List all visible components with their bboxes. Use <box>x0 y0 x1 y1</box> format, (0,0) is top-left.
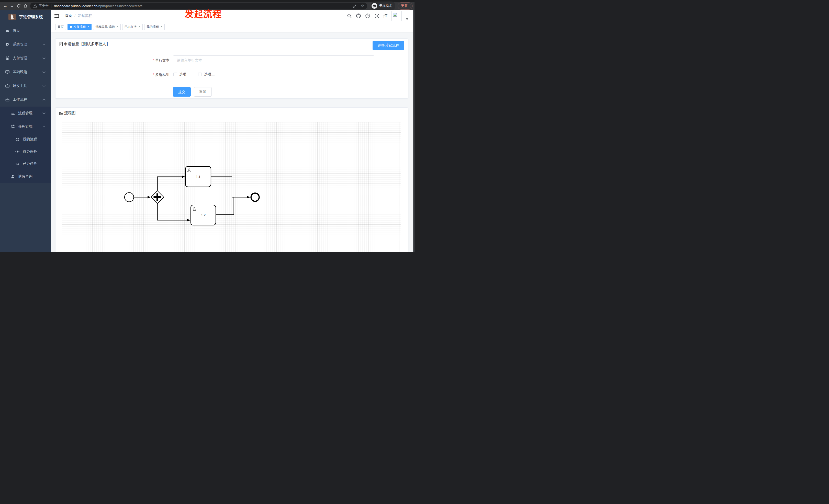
flow-gateway-to-task2 <box>157 204 190 220</box>
diagram-card-header: 流程图 <box>56 108 408 118</box>
sidebar-item-my-process[interactable]: 我的流程 <box>0 133 51 146</box>
reset-button[interactable]: 重置 <box>194 87 212 96</box>
back-icon[interactable]: ← <box>2 3 9 9</box>
app-logo-row[interactable]: 芋道管理系统 <box>0 10 51 24</box>
choose-other-process-button[interactable]: 选择其它流程 <box>372 41 404 50</box>
sidebar-item-infrastructure[interactable]: 基础设施 <box>0 65 51 79</box>
font-size-icon[interactable]: TT <box>383 14 388 18</box>
submit-button[interactable]: 提交 <box>173 87 191 96</box>
help-icon[interactable] <box>365 13 370 18</box>
fullscreen-icon[interactable] <box>374 13 379 18</box>
update-label: 更新 <box>401 4 407 8</box>
flow-gateway-to-task1 <box>157 177 185 191</box>
url-host: dashboard.yudao.iocoder.cn <box>54 4 98 8</box>
github-icon[interactable] <box>356 13 361 18</box>
url-path: /bpm/process-instance/create <box>98 4 143 8</box>
browser-update-button[interactable]: 更新 <box>398 3 412 9</box>
chevron-down-icon <box>42 56 45 59</box>
sidebar-item-task-management[interactable]: 任务管理 <box>0 120 51 133</box>
close-icon[interactable]: × <box>117 25 118 28</box>
flow-task1-out <box>211 177 232 197</box>
close-icon[interactable]: × <box>87 25 89 28</box>
tab-label: 流程表单-编辑 <box>95 25 115 29</box>
tab-home[interactable]: 首页 <box>55 24 66 30</box>
dashboard-icon <box>5 28 10 33</box>
address-bar[interactable]: 不安全 dashboard.yudao.iocoder.cn/bpm/proce… <box>30 3 367 9</box>
key-icon[interactable] <box>352 4 357 8</box>
yen-icon <box>5 56 10 61</box>
broken-image-icon <box>393 13 398 17</box>
browser-tabstrip <box>0 0 414 2</box>
document-icon <box>59 42 63 46</box>
breadcrumb-home[interactable]: 首页 <box>65 13 72 18</box>
tab-process-form-edit[interactable]: 流程表单-编辑 × <box>93 24 121 30</box>
bpmn-canvas[interactable]: 1.1 1.2 <box>62 122 401 252</box>
tab-label: 首页 <box>58 25 64 29</box>
tab-initiate-process[interactable]: 发起流程 × <box>68 24 92 30</box>
tab-done-tasks[interactable]: 已办任务 × <box>122 24 143 30</box>
required-mark: * <box>153 73 154 77</box>
checkbox-icon[interactable] <box>198 73 202 76</box>
tab-my-process[interactable]: 我的流程 × <box>144 24 165 30</box>
forward-icon[interactable]: → <box>9 3 15 9</box>
reload-icon[interactable] <box>15 3 22 9</box>
avatar[interactable] <box>392 11 402 21</box>
sidebar-item-system[interactable]: 系统管理 <box>0 38 51 51</box>
sidebar-item-todo-tasks[interactable]: 待办任务 <box>0 146 51 158</box>
tab-label: 发起流程 <box>73 25 86 29</box>
required-mark: * <box>153 58 154 62</box>
card-title: 申请信息【测试多审批人】 <box>59 42 110 46</box>
breadcrumb-current: 发起流程 <box>78 13 92 18</box>
search-icon[interactable] <box>347 13 352 18</box>
bpmn-start-event <box>124 193 134 202</box>
checkbox-icon[interactable] <box>173 73 177 76</box>
chevron-down-icon <box>42 111 45 114</box>
sidebar-collapse-icon[interactable] <box>54 14 59 18</box>
close-icon[interactable]: × <box>160 25 163 28</box>
page-header: 首页 / 发起流程 <box>51 10 414 22</box>
checkbox-option-2[interactable]: 选项二 <box>198 72 215 77</box>
close-icon[interactable]: × <box>139 25 140 28</box>
breadcrumb: 首页 / 发起流程 <box>65 13 92 18</box>
eye-open-icon <box>15 149 20 154</box>
card-title-text: 流程图 <box>64 111 76 116</box>
tree-list-icon <box>10 111 15 116</box>
bookmark-star-icon[interactable]: ☆ <box>361 4 364 8</box>
avatar-caret-icon[interactable] <box>406 18 408 20</box>
sidebar-item-dev-tools[interactable]: 研发工具 <box>0 79 51 93</box>
text-field-label: *单行文本 <box>139 58 170 63</box>
not-secure-warning-icon <box>33 4 37 8</box>
checkbox-label: 选项一 <box>179 72 190 77</box>
checkbox-group-label: *多选框组 <box>139 73 170 77</box>
sidebar-item-workflow[interactable]: 工作流程 <box>0 93 51 107</box>
flow-task2-out <box>216 197 234 215</box>
sidebar-item-home[interactable]: 首页 <box>0 24 51 38</box>
user-icon <box>10 174 15 179</box>
sidebar-item-label: 已办任务 <box>23 161 37 166</box>
sidebar-item-payment[interactable]: 支付管理 <box>0 51 51 65</box>
screen: ← → 不安全 dashboard.yudao.iocoder.cn/bpm/p… <box>0 0 414 252</box>
chevron-up-icon <box>42 125 45 128</box>
incognito-icon <box>371 3 377 9</box>
sidebar-item-done-tasks[interactable]: 已办任务 <box>0 158 51 170</box>
flow-tree-icon <box>10 124 15 129</box>
chevron-up-icon <box>42 99 45 102</box>
checkbox-option-1[interactable]: 选项一 <box>173 72 190 77</box>
security-label: 不安全 <box>39 4 48 8</box>
sidebar-item-process-management[interactable]: 流程管理 <box>0 107 51 120</box>
chevron-down-icon <box>42 70 45 73</box>
sidebar-item-label: 流程管理 <box>18 111 33 116</box>
sidebar-item-leave-query[interactable]: 请假查询 <box>0 170 51 183</box>
sidebar-item-label: 工作流程 <box>13 98 27 102</box>
eye-closed-icon <box>15 161 20 166</box>
browser-menu-icon[interactable] <box>410 4 410 8</box>
incognito-label: 无痕模式 <box>379 4 392 8</box>
card-title-text: 申请信息【测试多审批人】 <box>64 42 110 46</box>
window-scrollbar[interactable] <box>413 10 414 252</box>
page-content: 申请信息【测试多审批人】 选择其它流程 *单行文本 *多选框组 选项一 选项二 <box>51 32 414 252</box>
sidebar-item-label: 我的流程 <box>23 137 37 142</box>
home-icon[interactable] <box>22 3 29 9</box>
single-line-text-input[interactable] <box>173 55 374 65</box>
sidebar-item-label: 首页 <box>13 28 20 33</box>
tab-label: 已办任务 <box>124 25 137 29</box>
